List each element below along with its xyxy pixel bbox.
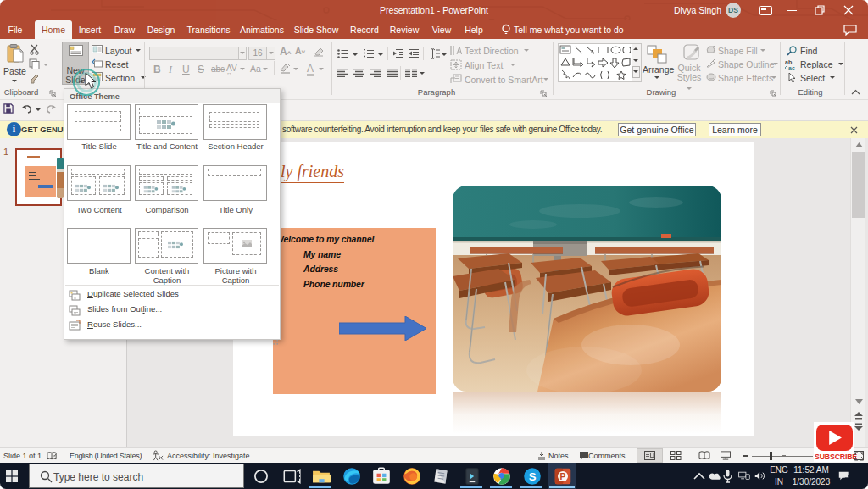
svg-text:S: S [529,470,537,483]
svg-text:ac: ac [788,65,795,70]
svg-text:P: P [560,472,566,481]
svg-text:ab: ab [785,59,792,65]
